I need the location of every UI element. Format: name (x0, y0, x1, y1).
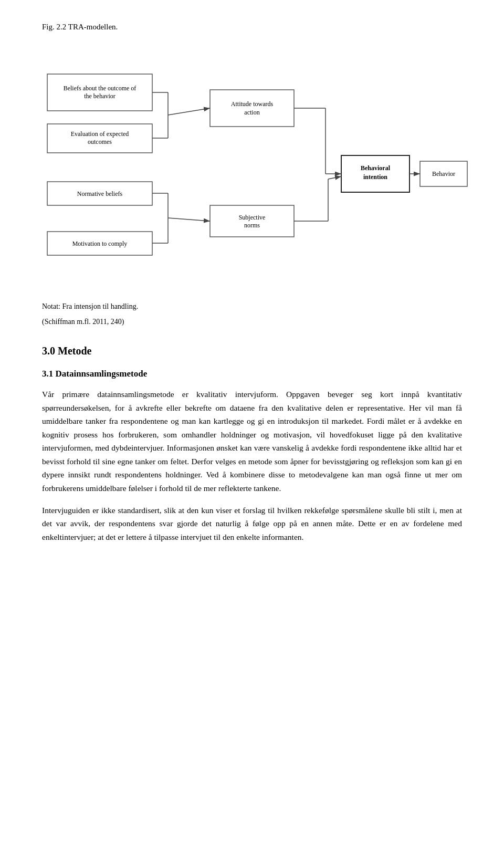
tra-diagram: .box { fill: white; stroke: #555; stroke… (42, 43, 462, 295)
svg-text:the behavior: the behavior (84, 92, 116, 99)
svg-text:Motivation to comply: Motivation to comply (72, 239, 128, 247)
fig-title: Fig. 2.2 TRA-modellen. (42, 21, 462, 33)
svg-text:Attitude towards: Attitude towards (231, 100, 274, 107)
svg-text:Evaluation of expected: Evaluation of expected (71, 130, 129, 137)
notat-line: Notat: Fra intensjon til handling. (42, 301, 462, 312)
svg-text:outcomes: outcomes (88, 138, 112, 145)
svg-text:Beliefs about the outcome of: Beliefs about the outcome of (64, 84, 136, 91)
svg-line-17 (168, 108, 210, 115)
svg-text:norms: norms (244, 221, 260, 228)
svg-text:Normative beliefs: Normative beliefs (77, 190, 123, 197)
section31-subheading: 3.1 Datainnsamlingsmetode (42, 367, 462, 381)
svg-text:Behavior: Behavior (432, 170, 455, 177)
schiffman-line: (Schiffman m.fl. 2011, 240) (42, 316, 462, 327)
svg-text:Subjective: Subjective (239, 213, 266, 221)
svg-line-27 (328, 176, 341, 179)
svg-text:action: action (244, 108, 259, 116)
paragraph-1: Vår primære datainnsamlingsmetode er kva… (42, 388, 462, 495)
paragraph-2: Intervjuguiden er ikke standardisert, sl… (42, 504, 462, 544)
svg-line-21 (168, 218, 210, 221)
section3-heading: 3.0 Metode (42, 343, 462, 359)
svg-text:intention: intention (363, 173, 387, 180)
svg-text:Behavioral: Behavioral (361, 164, 391, 171)
